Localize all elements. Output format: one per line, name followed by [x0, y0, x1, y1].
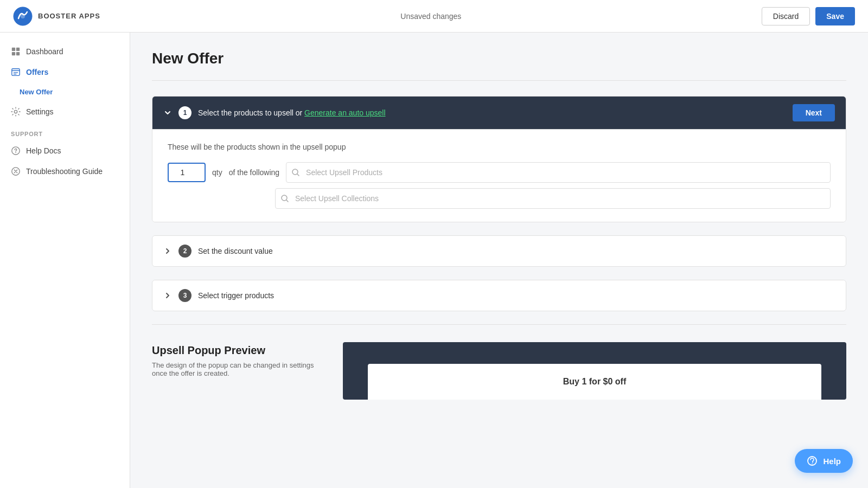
- qty-input[interactable]: [168, 163, 206, 182]
- step-1-chevron-icon: [163, 108, 172, 117]
- step-3-title: Select trigger products: [198, 291, 274, 300]
- step-2-header[interactable]: 2 Set the discount value: [152, 236, 846, 266]
- products-search-wrapper: [286, 162, 831, 183]
- save-button[interactable]: Save: [815, 7, 855, 25]
- settings-label: Settings: [26, 107, 54, 116]
- dashboard-label: Dashboard: [26, 47, 63, 56]
- offers-label: Offers: [26, 68, 48, 76]
- svg-rect-2: [12, 48, 15, 51]
- svg-point-7: [14, 110, 17, 113]
- preview-popup-col: Buy 1 for $0 off: [343, 342, 846, 400]
- unsaved-changes-label: Unsaved changes: [400, 12, 461, 21]
- logo: BOOSTER APPS: [13, 7, 100, 26]
- preview-divider: [152, 324, 846, 325]
- search-icon-products: [291, 168, 300, 177]
- step-2-card: 2 Set the discount value: [152, 235, 846, 267]
- preview-desc: The design of the popup can be changed i…: [152, 361, 326, 377]
- step-3-chevron-icon: [163, 291, 172, 300]
- popup-white-box: Buy 1 for $0 off: [368, 364, 821, 400]
- help-docs-icon: [11, 146, 21, 156]
- support-section-label: SUPPORT: [0, 122, 130, 140]
- step-3-header[interactable]: 3 Select trigger products: [152, 280, 846, 311]
- qty-label: qty: [212, 168, 222, 177]
- products-search-input[interactable]: [286, 162, 831, 183]
- sidebar-item-help-docs[interactable]: Help Docs: [0, 140, 130, 161]
- help-docs-label: Help Docs: [26, 146, 61, 155]
- title-divider: [152, 80, 846, 81]
- svg-rect-3: [16, 48, 20, 51]
- of-label: of the following: [229, 168, 279, 177]
- offers-icon: [11, 67, 21, 77]
- step-1-next-button[interactable]: Next: [793, 104, 835, 121]
- sidebar: Dashboard Offers New Offer Settings SUPP…: [0, 33, 130, 488]
- step-1-title: Select the products to upsell or Generat…: [198, 108, 786, 117]
- step-1-header[interactable]: 1 Select the products to upsell or Gener…: [152, 97, 846, 129]
- help-label: Help: [823, 457, 841, 466]
- search-icon-collections: [280, 194, 289, 203]
- popup-white-box-text: Buy 1 for $0 off: [563, 377, 626, 387]
- logo-text: BOOSTER APPS: [38, 12, 100, 20]
- product-select-row: qty of the following: [168, 162, 831, 183]
- topbar-actions: Discard Save: [762, 7, 855, 25]
- svg-rect-5: [16, 52, 20, 55]
- troubleshooting-label: Troubleshooting Guide: [26, 167, 103, 176]
- sidebar-item-new-offer[interactable]: New Offer: [0, 82, 130, 101]
- discard-button[interactable]: Discard: [762, 7, 810, 25]
- collections-search-input[interactable]: [275, 188, 831, 209]
- preview-title: Upsell Popup Preview: [152, 344, 326, 357]
- topbar: BOOSTER APPS Unsaved changes Discard Sav…: [0, 0, 868, 33]
- step-1-card: 1 Select the products to upsell or Gener…: [152, 96, 846, 222]
- step-2-badge: 2: [178, 245, 192, 258]
- main-layout: Dashboard Offers New Offer Settings SUPP…: [0, 33, 868, 488]
- step-1-title-prefix: Select the products to upsell or: [198, 108, 304, 117]
- page-title: New Offer: [152, 50, 846, 67]
- collections-row: [168, 188, 831, 209]
- sidebar-item-offers[interactable]: Offers: [0, 62, 130, 82]
- step-2-title: Set the discount value: [198, 247, 273, 255]
- sidebar-item-dashboard[interactable]: Dashboard: [0, 41, 130, 62]
- logo-icon: [13, 7, 33, 26]
- step-1-desc: These will be the products shown in the …: [168, 143, 831, 151]
- preview-text-col: Upsell Popup Preview The design of the p…: [152, 342, 326, 400]
- step-1-body: These will be the products shown in the …: [152, 129, 846, 222]
- svg-point-1: [21, 14, 25, 18]
- svg-point-13: [812, 464, 813, 465]
- settings-icon: [11, 107, 21, 117]
- auto-upsell-link[interactable]: Generate an auto upsell: [304, 108, 385, 117]
- help-button[interactable]: Help: [795, 449, 853, 473]
- new-offer-label: New Offer: [20, 88, 53, 96]
- help-chat-icon: [807, 455, 818, 466]
- preview-layout: Upsell Popup Preview The design of the p…: [152, 342, 846, 400]
- step-3-badge: 3: [178, 289, 192, 302]
- preview-section: Upsell Popup Preview The design of the p…: [152, 342, 846, 400]
- troubleshooting-icon: [11, 166, 21, 176]
- dashboard-icon: [11, 47, 21, 56]
- step-1-badge: 1: [178, 106, 192, 119]
- sidebar-item-troubleshooting[interactable]: Troubleshooting Guide: [0, 161, 130, 182]
- collections-search-wrapper: [275, 188, 831, 209]
- main-content: New Offer 1 Select the products to upsel…: [130, 33, 868, 488]
- svg-rect-6: [12, 69, 20, 76]
- svg-rect-4: [12, 52, 15, 55]
- step-3-card: 3 Select trigger products: [152, 280, 846, 311]
- step-2-chevron-icon: [163, 247, 172, 255]
- sidebar-item-settings[interactable]: Settings: [0, 101, 130, 122]
